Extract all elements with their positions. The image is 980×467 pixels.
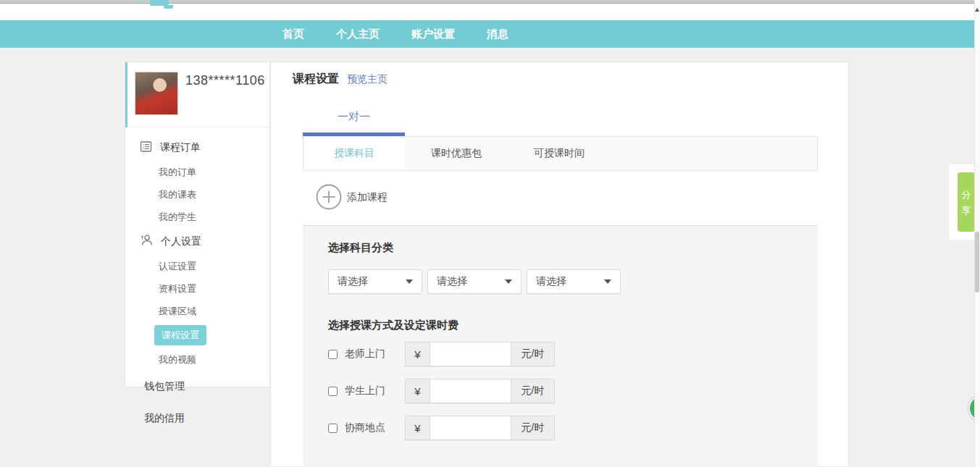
scrollbar-up-arrow-icon[interactable] [975, 8, 979, 12]
page-title: 课程设置 [293, 72, 339, 87]
active-item-pill: 课程设置 [154, 325, 206, 345]
currency-symbol: ¥ [406, 416, 430, 439]
teacher-visit-checkbox[interactable] [328, 350, 338, 359]
nav-item-account-settings[interactable]: 账户设置 [411, 28, 455, 41]
share-button-label: 分 [962, 190, 971, 199]
fee-row-student-visit: 学生上门 ¥ 元/时 [328, 379, 555, 403]
sidebar-section-personal-settings[interactable]: 个人设置 [125, 228, 269, 255]
user-icon [140, 234, 153, 249]
sidebar-item-my-orders[interactable]: 我的订单 [125, 161, 269, 183]
chevron-down-icon [406, 279, 413, 284]
subtab-bar: 授课科目 课时优惠包 可授课时间 [303, 136, 818, 171]
browser-top-sliver [0, 0, 980, 4]
currency-symbol: ¥ [406, 342, 430, 366]
subject-select-level3[interactable]: 请选择 [527, 269, 621, 294]
student-visit-fee-input[interactable] [430, 379, 511, 403]
sidebar-section-course-orders[interactable]: 课程订单 [125, 135, 269, 161]
fee-row-teacher-visit: 老师上门 ¥ 元/时 [328, 342, 555, 366]
sidebar-section-label: 课程订单 [160, 141, 201, 154]
subject-category-heading: 选择科目分类 [328, 241, 393, 255]
teacher-visit-fee-input[interactable] [430, 342, 511, 366]
tab-available-teaching-time[interactable]: 可授课时间 [508, 137, 611, 170]
site-logo-fragment [138, 0, 141, 2]
order-list-icon [140, 140, 152, 155]
sidebar-item-my-videos[interactable]: 我的视频 [125, 348, 269, 371]
sidebar-section-wallet-management[interactable]: 钱包管理 [125, 371, 269, 403]
tab-one-on-one[interactable]: 一对一 [303, 110, 405, 124]
nav-item-profile-home[interactable]: 个人主页 [336, 28, 380, 41]
sidebar-item-profile-settings[interactable]: 资料设置 [125, 277, 269, 300]
select-placeholder: 请选择 [536, 275, 566, 288]
sidebar-item-teaching-area[interactable]: 授课区域 [125, 300, 269, 322]
student-visit-checkbox[interactable] [328, 387, 338, 396]
add-course-row: 添加课程 [271, 171, 850, 225]
negotiated-location-fee-input[interactable] [430, 416, 511, 439]
share-button-label: 享 [962, 206, 971, 215]
subject-select-level1[interactable]: 请选择 [328, 269, 422, 294]
subject-category-selects: 请选择 请选择 请选择 [328, 269, 621, 294]
select-placeholder: 请选择 [437, 275, 467, 288]
fee-input-group: ¥ 元/时 [405, 379, 555, 403]
preview-homepage-link[interactable]: 预览主页 [347, 73, 388, 86]
fee-unit-label: 元/时 [511, 416, 554, 439]
course-settings-panel: 选择科目分类 请选择 请选择 请选择 选择授课方式及设定课时费 老师上门 [303, 225, 818, 467]
sidebar-item-my-schedule[interactable]: 我的课表 [125, 183, 269, 206]
add-course-label[interactable]: 添加课程 [347, 191, 388, 204]
chevron-down-icon [505, 279, 512, 284]
nav-item-messages[interactable]: 消息 [487, 28, 508, 41]
chevron-down-icon [604, 279, 611, 284]
select-placeholder: 请选择 [338, 275, 368, 288]
nav-item-home[interactable]: 首页 [282, 28, 304, 41]
sidebar-item-my-students[interactable]: 我的学生 [125, 206, 269, 228]
sidebar-section-my-credit[interactable]: 我的信用 [125, 403, 269, 434]
share-button[interactable]: 分 享 [958, 172, 975, 232]
subject-select-level2[interactable]: 请选择 [427, 269, 522, 294]
currency-symbol: ¥ [406, 379, 430, 403]
fee-method-label: 学生上门 [345, 384, 395, 397]
page: 首页 个人主页 账户设置 消息 138*****1106 课程订单 我的订单 我… [0, 0, 980, 467]
sidebar-item-course-settings-active[interactable]: 课程设置 [125, 322, 269, 348]
fee-unit-label: 元/时 [511, 379, 554, 403]
profile-accent-bar [125, 62, 127, 127]
sidebar: 138*****1106 课程订单 我的订单 我的课表 我的学生 个人设置 认证… [125, 62, 270, 387]
fee-input-group: ¥ 元/时 [405, 416, 555, 440]
sidebar-menu: 课程订单 我的订单 我的课表 我的学生 个人设置 认证设置 资料设置 授课区域 … [125, 127, 269, 434]
profile-block: 138*****1106 [125, 62, 269, 127]
tab-lesson-discount-package[interactable]: 课时优惠包 [405, 137, 508, 170]
fee-unit-label: 元/时 [511, 342, 554, 366]
avatar[interactable] [135, 72, 178, 115]
tab-teaching-subjects[interactable]: 授课科目 [303, 137, 405, 170]
page-scrollbar-thumb[interactable] [975, 232, 979, 293]
main-content: 课程设置 预览主页 一对一 授课科目 课时优惠包 可授课时间 添加课程 选择科目… [270, 62, 849, 467]
user-phone-number: 138*****1106 [185, 73, 265, 88]
main-navbar: 首页 个人主页 账户设置 消息 [0, 20, 980, 48]
fee-method-label: 协商地点 [345, 421, 395, 434]
sidebar-section-label: 个人设置 [161, 235, 201, 248]
add-course-button[interactable] [316, 184, 342, 210]
teaching-method-fee-heading: 选择授课方式及设定课时费 [328, 319, 458, 332]
sidebar-item-certification-settings[interactable]: 认证设置 [125, 255, 269, 277]
fee-input-group: ¥ 元/时 [405, 342, 555, 366]
fee-row-negotiated-location: 协商地点 ¥ 元/时 [328, 416, 555, 440]
site-logo-fragment [164, 5, 173, 9]
page-top-strip [0, 4, 980, 20]
fee-method-label: 老师上门 [345, 348, 395, 361]
negotiated-location-checkbox[interactable] [328, 424, 338, 433]
